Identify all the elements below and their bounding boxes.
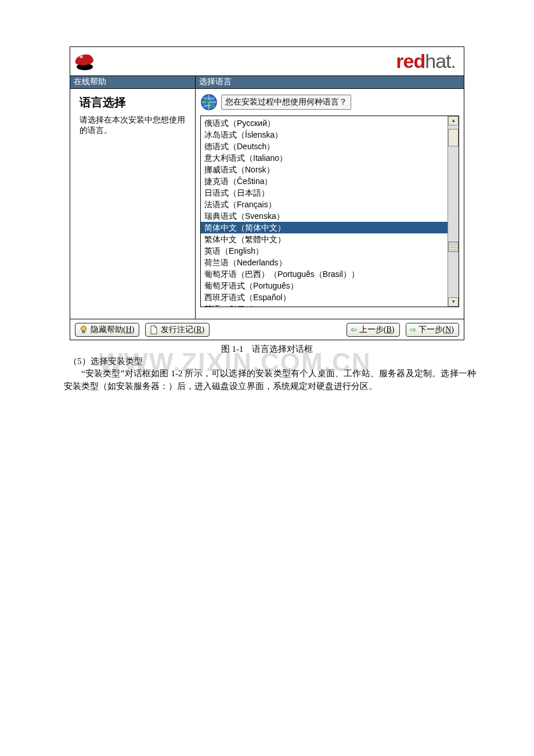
scroll-track[interactable] (448, 125, 459, 297)
language-option[interactable]: 冰岛语式（Íslenska） (201, 129, 448, 141)
language-option[interactable]: 德语式（Deutsch） (201, 141, 448, 152)
main-pane: 选择语言 您在安装过程中想使用何种语言？ 俄语式（Русский）冰岛语式（Ís… (196, 76, 464, 319)
figure-caption: 图 1-1 语言选择对话框 (70, 344, 464, 355)
lightbulb-icon (79, 325, 88, 334)
language-option[interactable]: 意大利语式（Italiano） (201, 152, 448, 164)
scrollbar[interactable]: ▴ ▾ (448, 116, 459, 307)
redhat-wordmark: redhat. (396, 50, 459, 73)
globe-icon (200, 93, 218, 111)
language-list-inner: 俄语式（Русский）冰岛语式（Íslenska）德语式（Deutsch）意大… (201, 116, 448, 307)
language-option[interactable]: 日语式（日本語） (201, 187, 448, 199)
language-option[interactable]: 法语式（Français） (201, 199, 448, 210)
footer-bar: 隐藏帮助(H) 发行注记(R) ⇦ 上一步(B) ⇨ (70, 319, 464, 340)
arrow-left-icon: ⇦ (351, 325, 357, 334)
language-option[interactable]: 挪威语式（Norsk） (201, 164, 448, 175)
main-pane-header: 选择语言 (196, 76, 464, 89)
language-option[interactable]: 荷兰语（Nederlands） (201, 257, 448, 268)
back-label: 上一步(B) (359, 325, 395, 335)
release-notes-label: 发行注记(R) (161, 325, 204, 335)
help-pane: 在线帮助 语言选择 请选择在本次安装中您想使用的语言。 (70, 76, 196, 319)
redhat-logo-icon (73, 49, 97, 74)
help-content: 语言选择 请选择在本次安装中您想使用的语言。 (70, 89, 195, 141)
hide-help-button[interactable]: 隐藏帮助(H) (75, 323, 139, 337)
language-option[interactable]: 繁体中文（繁體中文） (201, 233, 448, 245)
language-option[interactable]: 西班牙语式（Español） (201, 291, 448, 303)
section-heading: （5）选择安装类型 (68, 356, 476, 367)
window-body: 在线帮助 语言选择 请选择在本次安装中您想使用的语言。 选择语言 (70, 76, 464, 319)
release-notes-button[interactable]: 发行注记(R) (145, 323, 210, 337)
scroll-up-button[interactable]: ▴ (448, 116, 459, 125)
language-option[interactable]: 俄语式（Русский） (201, 117, 448, 129)
help-subtitle: 请选择在本次安装中您想使用的语言。 (80, 115, 188, 136)
language-option[interactable]: 英语（English） (201, 245, 448, 257)
scroll-grip[interactable] (448, 242, 459, 252)
arrow-right-icon: ⇨ (410, 325, 416, 334)
back-button[interactable]: ⇦ 上一步(B) (347, 323, 400, 337)
document-page: redhat. 在线帮助 语言选择 请选择在本次安装中您想使用的语言。 选择语言 (0, 0, 534, 756)
scroll-thumb[interactable] (448, 129, 459, 146)
language-listbox[interactable]: 俄语式（Русский）冰岛语式（Íslenska）德语式（Deutsch）意大… (200, 116, 459, 307)
next-button[interactable]: ⇨ 下一步(N) (406, 323, 459, 336)
section-body: “安装类型”对话框如图 1-2 所示，可以选择的安装类型有个人桌面、工作站、服务… (64, 367, 476, 393)
svg-point-3 (81, 326, 86, 331)
page-icon (149, 325, 158, 334)
installer-window: redhat. 在线帮助 语言选择 请选择在本次安装中您想使用的语言。 选择语言 (70, 46, 464, 340)
next-button-frame: ⇨ 下一步(N) (406, 323, 459, 337)
scroll-down-button[interactable]: ▾ (448, 297, 459, 307)
language-option[interactable]: 韩语（한국어） (201, 303, 448, 307)
language-option[interactable]: 葡萄牙语（巴西）（Português（Brasil）） (201, 268, 448, 280)
title-bar: redhat. (70, 47, 464, 76)
language-option[interactable]: 简体中文（简体中文） (201, 222, 448, 233)
prompt-row: 您在安装过程中想使用何种语言？ (196, 89, 464, 112)
language-option[interactable]: 捷克语（Čeština） (201, 175, 448, 187)
hide-help-label: 隐藏帮助(H) (91, 325, 134, 335)
language-option[interactable]: 葡萄牙语式（Português） (201, 280, 448, 291)
next-label: 下一步(N) (418, 325, 454, 335)
svg-rect-4 (82, 331, 85, 333)
paragraph-wrap: WWW.ZIXIN.COM.CN （5）选择安装类型 “安装类型”对话框如图 1… (64, 356, 476, 393)
help-title: 语言选择 (80, 95, 188, 110)
help-pane-header: 在线帮助 (70, 76, 195, 89)
svg-point-1 (80, 56, 83, 58)
language-option[interactable]: 瑞典语式（Svenska） (201, 210, 448, 222)
prompt-text: 您在安装过程中想使用何种语言？ (221, 95, 351, 110)
